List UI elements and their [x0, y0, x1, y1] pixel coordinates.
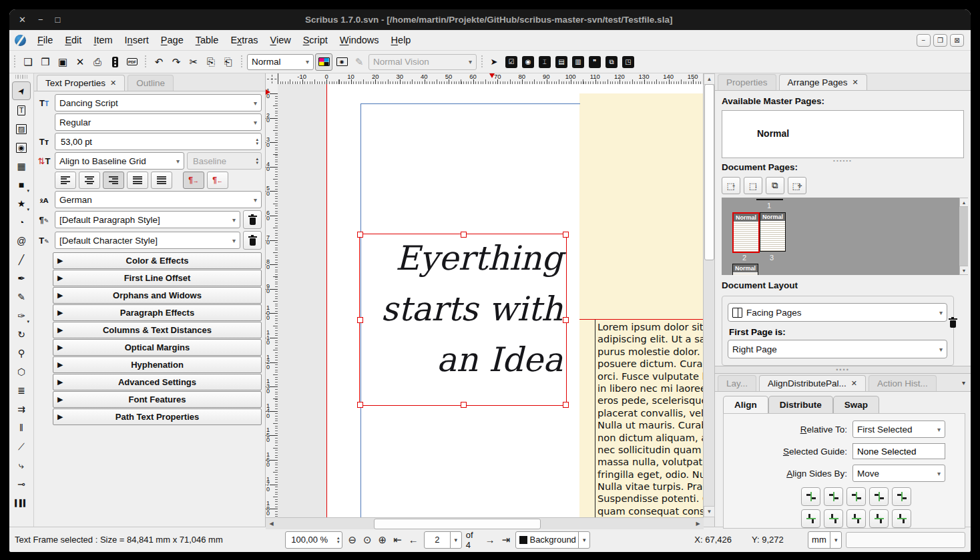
tab-align-distribute[interactable]: AlignDistributePal... ✕	[759, 375, 866, 391]
select-tool[interactable]: ➤	[12, 81, 31, 100]
align-top-sides[interactable]	[824, 509, 843, 528]
barcode[interactable]: ▍▌▍	[13, 494, 30, 511]
horizontal-scroll-thumb[interactable]	[374, 519, 541, 529]
menu-item[interactable]: Item	[87, 32, 118, 48]
canvas-vertical-scrollbar[interactable]: ▲ ▼	[703, 73, 714, 517]
menu-file[interactable]: File	[31, 32, 59, 48]
menu-script[interactable]: Script	[297, 32, 334, 48]
align-left-sides[interactable]	[824, 487, 843, 506]
insert-bezier-curve[interactable]: ✒	[13, 270, 30, 287]
panel-splitter[interactable]: ••••	[715, 366, 971, 374]
document-viewport[interactable]: Lorem ipsum dolor sitadipiscing elit. Ut…	[278, 84, 704, 517]
pdf-combo-box-icon[interactable]: ▤	[555, 56, 567, 68]
scroll-down-icon[interactable]: ▼	[704, 506, 715, 517]
tab-distribute[interactable]: Distribute	[768, 396, 833, 413]
redo-button[interactable]: ↷	[168, 54, 184, 70]
menu-extras[interactable]: Extras	[224, 32, 264, 48]
selected-text-frame[interactable]: Eyerthingstarts withan Idea	[359, 234, 567, 406]
toggle-preview-mode-button[interactable]: ◉	[334, 54, 350, 70]
master-page-item-normal[interactable]: Normal	[722, 128, 963, 139]
section-columns-text-distances[interactable]: ▶Columns & Text Distances	[53, 322, 262, 338]
tab-outline[interactable]: Outline	[128, 75, 174, 91]
add-page-button[interactable]: ⬚+	[722, 177, 740, 194]
vertical-ruler[interactable]: 1020304050607080901001101201301401501601…	[266, 84, 278, 517]
previous-page-button[interactable]: ←	[407, 534, 420, 545]
scroll-right-icon[interactable]: ▶	[693, 519, 703, 528]
measure[interactable]: ⟋	[13, 438, 30, 455]
mdi-minimize-button[interactable]: −	[917, 34, 931, 47]
font-style-select[interactable]: Regular ▾	[55, 113, 262, 131]
edit-shape[interactable]: ⬡	[13, 363, 30, 380]
section-hyphenation[interactable]: ▶Hyphenation	[53, 356, 262, 373]
image-quality-select[interactable]: Normal ▾	[247, 54, 314, 70]
remove-paragraph-style-button[interactable]	[243, 210, 262, 229]
window-close-button[interactable]: ✕	[19, 15, 26, 25]
align-text-left[interactable]	[55, 172, 76, 189]
pages-scrollbar[interactable]: ▲ ▼	[959, 198, 968, 275]
delete-page-button[interactable]	[944, 314, 961, 331]
scroll-up-icon[interactable]: ▲	[704, 73, 715, 85]
align-left-to-anchor-right[interactable]	[892, 487, 911, 506]
section-optical-margins[interactable]: ▶Optical Margins	[53, 339, 262, 356]
resize-handle-middle-right[interactable]	[563, 317, 569, 323]
pdf-list-box-icon[interactable]: ▥	[572, 56, 584, 68]
paste-button[interactable]: ⎗	[220, 54, 236, 70]
first-page-select[interactable]: Right Page ▾	[728, 340, 947, 358]
undo-button[interactable]: ↶	[151, 54, 167, 70]
insert-render-frame[interactable]: ◉	[13, 139, 30, 156]
section-first-line-offset[interactable]: ▶First Line Offset	[53, 270, 262, 286]
section-paragraph-effects[interactable]: ▶Paragraph Effects	[53, 304, 262, 321]
import-page-button[interactable]: ⬚↓	[744, 177, 762, 194]
language-select[interactable]: German ▾	[55, 191, 262, 208]
first-page-button[interactable]: ⇤	[392, 534, 403, 546]
ruler-origin-box[interactable]	[266, 73, 278, 85]
window-minimize-button[interactable]: −	[38, 15, 43, 25]
pdf-text-field-icon[interactable]: ⌶	[539, 56, 551, 68]
section-path-text-properties[interactable]: ▶Path Text Properties	[53, 408, 262, 425]
menu-view[interactable]: View	[264, 32, 297, 48]
insert-calligraphic-line[interactable]: ✑▾	[13, 307, 30, 324]
new-document-button[interactable]: ❏	[20, 54, 36, 70]
duplicate-page-button[interactable]: ⧉	[766, 177, 784, 194]
pdf-text-annotation-icon[interactable]: ❞	[589, 56, 601, 68]
section-color-effects[interactable]: ▶Color & Effects	[53, 252, 262, 269]
tab-action-history[interactable]: Action Hist...	[869, 375, 937, 391]
link-text-frames[interactable]: ⇉	[13, 400, 30, 418]
open-document-button[interactable]: ❒	[37, 54, 53, 70]
pdf-link-annotation-icon[interactable]: ⧉	[605, 56, 618, 68]
vertical-scroll-thumb[interactable]	[704, 84, 714, 260]
pdf-3d-annotation-icon[interactable]: ◳	[622, 56, 634, 68]
character-style-select[interactable]: [Default Character Style] ▾	[55, 232, 240, 249]
window-maximize-button[interactable]: □	[55, 15, 61, 25]
paragraph-style-select[interactable]: [Default Paragraph Style] ▾	[55, 211, 240, 228]
zoom-out-icon[interactable]: ⊖	[346, 534, 358, 546]
menu-table[interactable]: Table	[190, 32, 225, 48]
align-right-to-anchor-left[interactable]	[801, 487, 820, 506]
zoom-level-input[interactable]: 100,00 % ▴▾	[285, 531, 342, 549]
preflight-verifier-button[interactable]	[107, 54, 123, 70]
zoom-default-icon[interactable]: ⊙	[362, 534, 373, 546]
align-text-right[interactable]	[103, 172, 124, 189]
pdf-push-button-icon[interactable]: ➤	[487, 55, 501, 69]
horizontal-ruler[interactable]: -100102030405060708090100110120130140150	[278, 73, 704, 85]
cut-button[interactable]: ✂	[186, 54, 202, 70]
menu-page[interactable]: Page	[155, 32, 190, 48]
edit-in-preview-button[interactable]: ✎	[351, 54, 367, 70]
section-font-features[interactable]: ▶Font Features	[53, 391, 262, 408]
insert-line[interactable]: ╱	[13, 251, 30, 268]
resize-handle-bottom-center[interactable]	[461, 402, 467, 408]
scroll-left-icon[interactable]: ◀	[266, 519, 276, 528]
paragraph-left-to-right[interactable]: ¶→	[183, 172, 204, 189]
unlink-text-frames[interactable]: ‖	[13, 419, 30, 437]
zoom-tool[interactable]: ⚲	[13, 344, 30, 362]
tab-swap[interactable]: Swap	[833, 396, 879, 413]
insert-arc[interactable]: ◔	[13, 214, 30, 231]
close-icon[interactable]: ✕	[852, 78, 859, 87]
menu-insert[interactable]: Insert	[119, 32, 155, 48]
current-page-input[interactable]: 2 ▾	[424, 531, 462, 549]
insert-spiral[interactable]: @	[13, 232, 30, 250]
lorem-text-frame[interactable]: Lorem ipsum dolor sitadipiscing elit. Ut…	[595, 320, 704, 517]
pdf-radio-button-icon[interactable]: ◉	[522, 56, 534, 68]
toggle-color-management-button[interactable]	[315, 53, 332, 71]
document-layout-select[interactable]: Facing Pages ▾	[728, 303, 947, 322]
